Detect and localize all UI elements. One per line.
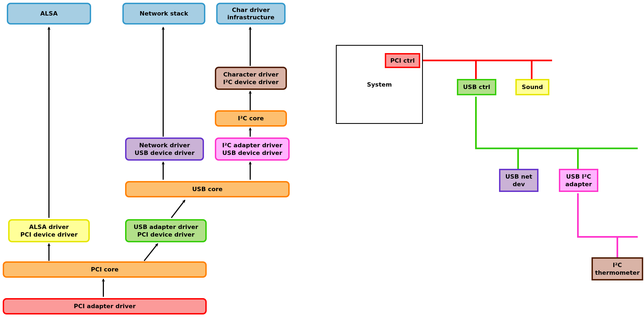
alsa-box: ALSA <box>7 3 91 25</box>
svg-line-4 <box>171 200 185 218</box>
usbnet-label-2: dev <box>513 181 525 188</box>
sound-box: Sound <box>515 79 549 95</box>
char-driver-infra-box: Char driver infrastructure <box>216 3 286 25</box>
usb-core-box: USB core <box>125 181 290 197</box>
i2c-core-label: I²C core <box>238 115 264 122</box>
pci-adapter-driver-box: PCI adapter driver <box>3 298 207 314</box>
usb-adapter-driver-box: USB adapter driver PCI device driver <box>125 219 207 242</box>
system-label: System <box>367 81 392 88</box>
netdrv-label-1: Network driver <box>139 142 190 149</box>
alsa-driver-box: ALSA driver PCI device driver <box>8 219 90 242</box>
pci-core-box: PCI core <box>3 261 207 278</box>
i2cadapter-label-2: USB device driver <box>222 149 282 157</box>
usbi2c-label-2: adapter <box>565 181 592 188</box>
usbadapter-label-1: USB adapter driver <box>134 223 198 231</box>
pci-ctrl-label: PCI ctrl <box>390 57 415 65</box>
i2ctherm-label-2: thermometer <box>595 269 640 277</box>
usb-i2c-adapter-box: USB I²C adapter <box>559 169 598 192</box>
pci-ctrl-box: PCI ctrl <box>385 53 420 68</box>
alsa-label: ALSA <box>40 10 58 17</box>
svg-line-2 <box>144 244 158 261</box>
i2c-core-box: I²C core <box>215 110 287 127</box>
usb-ctrl-label: USB ctrl <box>463 83 490 91</box>
i2c-adapter-driver-box: I²C adapter driver USB device driver <box>215 137 290 161</box>
sound-label: Sound <box>522 83 543 91</box>
i2cadapter-label-1: I²C adapter driver <box>222 142 282 149</box>
usb-net-dev-box: USB net dev <box>499 169 538 192</box>
chardrv-label-1: Character driver <box>223 71 279 78</box>
netdrv-label-2: USB device driver <box>135 149 195 157</box>
network-driver-box: Network driver USB device driver <box>125 137 204 161</box>
usb-ctrl-box: USB ctrl <box>457 79 496 95</box>
usbnet-label-1: USB net <box>505 173 532 181</box>
network-stack-box: Network stack <box>122 3 205 25</box>
i2c-thermometer-box: I²C thermometer <box>592 257 643 280</box>
network-stack-label: Network stack <box>140 10 188 17</box>
pci-adapter-label: PCI adapter driver <box>74 302 136 310</box>
char-infra-label-1: Char driver <box>232 6 270 14</box>
alsadrv-label-2: PCI device driver <box>20 231 78 238</box>
usbadapter-label-2: PCI device driver <box>137 231 195 238</box>
i2ctherm-label-1: I²C <box>613 261 622 269</box>
pci-core-label: PCI core <box>91 266 119 273</box>
alsadrv-label-1: ALSA driver <box>29 223 69 231</box>
char-infra-label-2: infrastructure <box>227 14 275 21</box>
character-driver-box: Character driver I²C device driver <box>215 67 287 90</box>
chardrv-label-2: I²C device driver <box>223 78 278 86</box>
usbi2c-label-1: USB I²C <box>566 173 591 181</box>
usb-core-label: USB core <box>192 185 222 193</box>
